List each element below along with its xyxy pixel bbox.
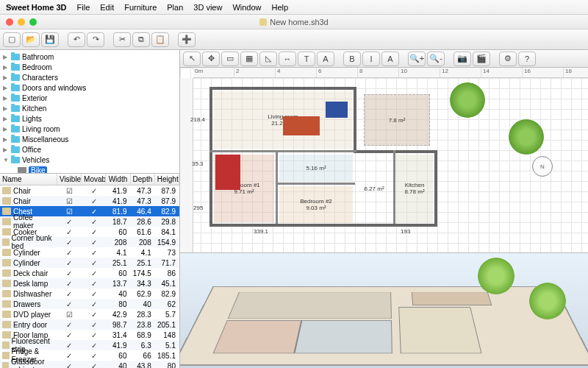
visible-checkbox[interactable]: ✓ bbox=[66, 238, 72, 247]
text-tool-icon[interactable]: T bbox=[298, 52, 315, 66]
minimize-icon[interactable] bbox=[18, 18, 25, 26]
movable-checkbox[interactable]: ✓ bbox=[91, 311, 97, 319]
open-icon[interactable]: 📂 bbox=[22, 32, 40, 47]
menu-3dview[interactable]: 3D view bbox=[193, 3, 222, 12]
room-bath[interactable]: 5.16 m² bbox=[279, 155, 353, 181]
disclosure-icon[interactable]: ▶ bbox=[3, 126, 9, 132]
tree-item[interactable]: Bike bbox=[0, 165, 179, 174]
col-visible[interactable]: Visible bbox=[57, 174, 82, 185]
table-row[interactable]: Deck chair ✓ ✓ 60 174.5 86 bbox=[0, 268, 179, 278]
pan-tool-icon[interactable]: ✥ bbox=[202, 52, 220, 66]
table-row[interactable]: Chair ☑ ✓ 41.9 47.3 87.9 bbox=[0, 185, 179, 196]
movable-checkbox[interactable]: ✓ bbox=[91, 187, 97, 195]
disclosure-icon[interactable]: ▼ bbox=[3, 157, 9, 163]
visible-checkbox[interactable]: ☑ bbox=[66, 197, 73, 205]
camera-icon[interactable]: 📷 bbox=[453, 52, 471, 66]
redo-icon[interactable]: ↷ bbox=[87, 32, 104, 47]
furniture-armchair[interactable] bbox=[326, 102, 348, 118]
copy-icon[interactable]: ⧉ bbox=[132, 32, 150, 47]
table-row[interactable]: Corner bunk bed ✓ ✓ 208 208 154.9 bbox=[0, 237, 179, 247]
col-depth[interactable]: Depth bbox=[131, 174, 155, 185]
close-icon[interactable] bbox=[6, 18, 13, 26]
visible-checkbox[interactable]: ✓ bbox=[66, 342, 72, 350]
visible-checkbox[interactable]: ✓ bbox=[66, 321, 72, 329]
movable-checkbox[interactable]: ✓ bbox=[91, 238, 97, 247]
movable-checkbox[interactable]: ✓ bbox=[91, 259, 97, 267]
visible-checkbox[interactable]: ☑ bbox=[66, 187, 73, 195]
visible-checkbox[interactable]: ✓ bbox=[66, 218, 72, 226]
new-icon[interactable]: ▢ bbox=[3, 32, 21, 47]
zoom-out-icon[interactable]: 🔍- bbox=[427, 52, 445, 66]
tree-category[interactable]: ▶Office bbox=[0, 144, 179, 155]
table-header[interactable]: Name Visible Movable Width Depth Height bbox=[0, 174, 179, 185]
menu-file[interactable]: File bbox=[77, 3, 90, 12]
label-tool-icon[interactable]: A bbox=[317, 52, 334, 66]
visible-checkbox[interactable]: ✓ bbox=[66, 249, 72, 257]
room-bedroom2[interactable]: Bedroom #2 9.03 m² bbox=[279, 186, 353, 223]
furniture-table[interactable]: Name Visible Movable Width Depth Height … bbox=[0, 174, 179, 368]
movable-checkbox[interactable]: ✓ bbox=[91, 342, 97, 350]
tree-category[interactable]: ▶Miscellaneous bbox=[0, 134, 179, 144]
font-icon[interactable]: A bbox=[381, 52, 399, 66]
disclosure-icon[interactable]: ▶ bbox=[3, 95, 9, 102]
window-controls[interactable] bbox=[6, 18, 37, 26]
menu-window[interactable]: Window bbox=[232, 3, 261, 12]
table-row[interactable]: Chair ☑ ✓ 41.9 47.3 87.9 bbox=[0, 196, 179, 206]
menu-edit[interactable]: Edit bbox=[100, 3, 114, 12]
visible-checkbox[interactable]: ✓ bbox=[66, 290, 72, 298]
save-icon[interactable]: 💾 bbox=[41, 32, 59, 47]
menu-plan[interactable]: Plan bbox=[167, 3, 183, 12]
visible-checkbox[interactable]: ☑ bbox=[66, 208, 73, 216]
table-row[interactable]: Cylinder ✓ ✓ 25.1 25.1 71.7 bbox=[0, 258, 179, 268]
video-icon[interactable]: 🎬 bbox=[473, 52, 490, 66]
tree-category[interactable]: ▼Vehicles bbox=[0, 155, 179, 165]
visible-checkbox[interactable]: ✓ bbox=[66, 269, 72, 277]
3d-view[interactable] bbox=[180, 253, 588, 368]
movable-checkbox[interactable]: ✓ bbox=[91, 290, 97, 298]
polyline-tool-icon[interactable]: ◺ bbox=[259, 52, 277, 66]
room-hall[interactable]: 6.27 m² bbox=[356, 155, 392, 222]
table-row[interactable]: Cofee maker ✓ ✓ 18.7 28.6 29.8 bbox=[0, 216, 179, 227]
dimension-tool-icon[interactable]: ↔ bbox=[279, 52, 296, 66]
floor-plan[interactable]: Living room 21.29 m² Bedroom #1 9.71 m² … bbox=[209, 87, 430, 234]
visible-checkbox[interactable]: ✓ bbox=[66, 259, 72, 267]
tree-category[interactable]: ▶Bathroom bbox=[0, 52, 179, 62]
catalog-tree[interactable]: ▶Bathroom▶Bedroom▶Characters▶Doors and w… bbox=[0, 50, 179, 174]
undo-icon[interactable]: ↶ bbox=[68, 32, 85, 47]
movable-checkbox[interactable]: ✓ bbox=[91, 218, 97, 226]
visible-checkbox[interactable]: ✓ bbox=[66, 331, 72, 339]
table-row[interactable]: DVD player ☑ ✓ 42.9 28.3 5.7 bbox=[0, 309, 179, 319]
disclosure-icon[interactable]: ▶ bbox=[3, 136, 9, 143]
furniture-bed[interactable] bbox=[215, 155, 240, 190]
tree-category[interactable]: ▶Exterior bbox=[0, 93, 179, 103]
disclosure-icon[interactable]: ▶ bbox=[3, 146, 9, 153]
font-bold-icon[interactable]: B bbox=[343, 52, 361, 66]
menu-help[interactable]: Help bbox=[272, 3, 289, 12]
zoom-in-icon[interactable]: 🔍+ bbox=[408, 52, 426, 66]
movable-checkbox[interactable]: ✓ bbox=[91, 321, 97, 329]
tree-category[interactable]: ▶Bedroom bbox=[0, 62, 179, 72]
prefs-icon[interactable]: ⚙ bbox=[499, 52, 517, 66]
movable-checkbox[interactable]: ✓ bbox=[91, 197, 97, 205]
paste-icon[interactable]: 📋 bbox=[151, 32, 169, 47]
table-row[interactable]: Entry door ✓ ✓ 98.7 23.8 205.1 bbox=[0, 319, 179, 330]
col-movable[interactable]: Movable bbox=[82, 174, 106, 185]
disclosure-icon[interactable]: ▶ bbox=[3, 54, 9, 60]
col-name[interactable]: Name bbox=[0, 174, 57, 185]
movable-checkbox[interactable]: ✓ bbox=[91, 208, 97, 216]
furniture-sofa[interactable] bbox=[283, 116, 320, 135]
disclosure-icon[interactable]: ▶ bbox=[3, 64, 9, 71]
tree-category[interactable]: ▶Characters bbox=[0, 72, 179, 82]
wall-tool-icon[interactable]: ▭ bbox=[221, 52, 239, 66]
col-width[interactable]: Width bbox=[106, 174, 130, 185]
movable-checkbox[interactable]: ✓ bbox=[91, 352, 97, 360]
select-tool-icon[interactable]: ↖ bbox=[183, 52, 201, 66]
table-row[interactable]: Desk lamp ✓ ✓ 13.7 34.3 45.1 bbox=[0, 278, 179, 289]
movable-checkbox[interactable]: ✓ bbox=[91, 300, 97, 308]
font-italic-icon[interactable]: I bbox=[362, 52, 380, 66]
cut-icon[interactable]: ✂ bbox=[113, 32, 131, 47]
tree-category[interactable]: ▶Kitchen bbox=[0, 103, 179, 113]
movable-checkbox[interactable]: ✓ bbox=[91, 362, 97, 369]
room-kitchen[interactable]: Kitchen 8.78 m² bbox=[396, 155, 433, 222]
room-terrace[interactable]: 7.8 m² bbox=[364, 94, 430, 146]
